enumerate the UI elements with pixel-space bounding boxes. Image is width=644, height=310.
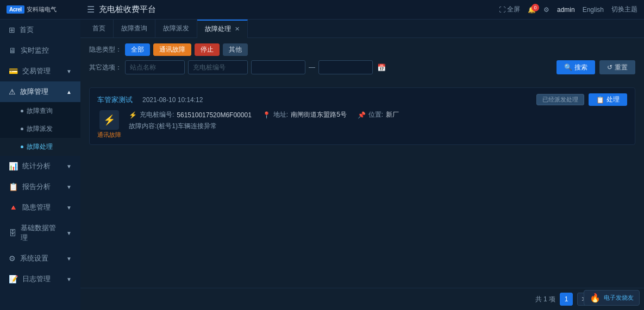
chevron-down-icon-7: ▼ <box>66 276 72 282</box>
tab-fault-report[interactable]: 故障派发 <box>155 20 197 38</box>
sidebar: ⊞ 首页 🖥 实时监控 💳 交易管理 ▼ ⚠ 故障管理 ▲ 故障查询 故障派发 <box>0 20 80 310</box>
pagination-bar: 共 1 项 1 > 10 条/页20 条/页50 条/页 <box>80 288 644 310</box>
report-icon: 📋 <box>9 182 18 191</box>
admin-label[interactable]: admin <box>557 6 575 14</box>
fault-content: 故障内容:(桩号1)车辆连接异常 <box>129 122 627 131</box>
sidebar-item-transaction[interactable]: 💳 交易管理 ▼ <box>0 61 80 81</box>
chevron-down-icon: ▼ <box>66 68 72 74</box>
location-icon: 📌 <box>358 111 366 119</box>
reset-icon: ↺ <box>607 64 612 71</box>
sidebar-label-fault-process: 故障处理 <box>27 142 53 151</box>
address-label: 地址: <box>273 110 288 119</box>
sidebar-label-log: 日志管理 <box>22 274 51 284</box>
sidebar-item-fault[interactable]: ⚠ 故障管理 ▲ <box>0 81 80 102</box>
system-icon: ⚙ <box>9 254 16 263</box>
fault-time: 2021-08-10 10:14:12 <box>142 96 203 104</box>
tab-home[interactable]: 首页 <box>85 20 114 38</box>
filter-all-btn[interactable]: 全部 <box>125 43 150 56</box>
dot-icon-3 <box>21 145 23 148</box>
pile-no-label: 充电桩编号: <box>140 110 174 119</box>
sidebar-item-basicdata[interactable]: 🗄 基础数据管理 ▼ <box>0 218 80 248</box>
station-input[interactable] <box>125 60 185 74</box>
fault-card-header: 车管家测试 2021-08-10 10:14:12 已经派发处理 📋 处理 <box>97 93 627 106</box>
top-header: Acrel 安科瑞电气 ☰ 充电桩收费平台 ⛶ 全屏 🔔 0 ⚙ admin E… <box>0 0 644 20</box>
process-button[interactable]: 📋 处理 <box>589 93 627 106</box>
theme-btn[interactable]: 切换主题 <box>611 5 637 14</box>
type-filter-label: 隐患类型： <box>89 45 122 54</box>
tab-fault-report-label: 故障派发 <box>163 24 189 33</box>
search-button[interactable]: 🔍 搜索 <box>557 60 595 74</box>
sidebar-label-system: 系统设置 <box>20 254 48 263</box>
sidebar-item-fault-report[interactable]: 故障派发 <box>0 120 80 138</box>
location-val: 新厂 <box>386 110 399 119</box>
sidebar-label-home: 首页 <box>20 25 34 35</box>
menu-toggle-icon[interactable]: ☰ <box>87 4 95 15</box>
tab-close-icon[interactable]: ✕ <box>235 26 240 33</box>
settings-icon[interactable]: ⚙ <box>543 6 549 14</box>
fault-icon: ⚠ <box>9 87 16 96</box>
pile-input[interactable] <box>188 60 248 74</box>
search-icon: 🔍 <box>564 64 572 71</box>
fullscreen-icon: ⛶ <box>499 6 505 14</box>
calendar-icon[interactable]: 📅 <box>377 64 386 72</box>
content-area: 首页 故障查询 故障派发 故障处理 ✕ 隐患类型： 全部 通讯故障 停止 其他 <box>80 20 644 310</box>
fault-type-label: 通讯故障 <box>97 131 121 139</box>
sidebar-label-transaction: 交易管理 <box>22 66 51 76</box>
sidebar-item-fault-process[interactable]: 故障处理 <box>0 138 80 156</box>
sidebar-item-stats[interactable]: 📊 统计分析 ▼ <box>0 156 80 176</box>
reset-button[interactable]: ↺ 重置 <box>599 60 635 74</box>
sidebar-item-monitor[interactable]: 🖥 实时监控 <box>0 40 80 61</box>
sidebar-label-fault: 故障管理 <box>20 87 48 97</box>
page-title: 充电桩收费平台 <box>99 4 156 15</box>
language-btn[interactable]: English <box>583 6 604 14</box>
chevron-up-icon: ▲ <box>66 89 72 95</box>
header-right: ⛶ 全屏 🔔 0 ⚙ admin English 切换主题 <box>499 5 637 14</box>
chevron-down-icon-2: ▼ <box>66 163 72 169</box>
fault-detail: ⚡ 充电桩编号: 561510017520M6F00001 📍 地址: 南闸街道… <box>129 110 627 131</box>
sidebar-item-report[interactable]: 📋 报告分析 ▼ <box>0 176 80 197</box>
process-btn-label: 处理 <box>607 95 620 104</box>
page-1-btn[interactable]: 1 <box>560 293 573 306</box>
watermark-text: 电子发烧友 <box>604 294 634 302</box>
filter-stop-btn[interactable]: 停止 <box>195 43 220 56</box>
fullscreen-btn[interactable]: ⛶ 全屏 <box>499 5 520 14</box>
main-layout: ⊞ 首页 🖥 实时监控 💳 交易管理 ▼ ⚠ 故障管理 ▲ 故障查询 故障派发 <box>0 20 644 310</box>
sidebar-label-stats: 统计分析 <box>22 161 51 171</box>
tab-fault-query-label: 故障查询 <box>121 24 147 33</box>
tab-home-label: 首页 <box>92 24 105 33</box>
tab-fault-query[interactable]: 故障查询 <box>114 20 155 38</box>
table-area: 车管家测试 2021-08-10 10:14:12 已经派发处理 📋 处理 ⚡ … <box>80 83 644 288</box>
log-icon: 📝 <box>9 275 18 283</box>
sidebar-item-emergency[interactable]: 🔺 隐患管理 ▼ <box>0 197 80 218</box>
date-start-input[interactable]: 2021-01-01 <box>251 60 305 74</box>
station-name[interactable]: 车管家测试 <box>97 95 133 105</box>
fault-card-body: ⚡ 通讯故障 ⚡ 充电桩编号: 561510017520M6F00001 📍 <box>97 110 627 139</box>
filter-comm-btn[interactable]: 通讯故障 <box>153 43 191 56</box>
date-end-input[interactable]: 2021-09-28 <box>318 60 373 74</box>
sidebar-submenu-fault: 故障查询 故障派发 故障处理 <box>0 102 80 156</box>
pagination-total: 共 1 项 <box>535 295 555 304</box>
fault-detail-row1: ⚡ 充电桩编号: 561510017520M6F00001 📍 地址: 南闸街道… <box>129 110 627 119</box>
pile-no-item: ⚡ 充电桩编号: 561510017520M6F00001 <box>129 110 252 119</box>
sidebar-label-monitor: 实时监控 <box>21 46 49 55</box>
sidebar-item-log[interactable]: 📝 日志管理 ▼ <box>0 269 80 289</box>
sidebar-item-fault-query[interactable]: 故障查询 <box>0 102 80 120</box>
monitor-icon: 🖥 <box>9 46 16 55</box>
fault-type-icon: ⚡ <box>99 110 119 130</box>
logo-box: Acrel <box>7 5 24 14</box>
tab-fault-process[interactable]: 故障处理 ✕ <box>197 20 248 38</box>
other-filter-row: 其它选项： 2021-01-01 — 2021-09-28 📅 🔍 搜索 ↺ 重… <box>89 60 635 74</box>
sidebar-label-fault-query: 故障查询 <box>27 106 53 116</box>
sidebar-item-home[interactable]: ⊞ 首页 <box>0 20 80 40</box>
filter-other-btn[interactable]: 其他 <box>223 43 248 56</box>
type-filter-row: 隐患类型： 全部 通讯故障 停止 其他 <box>89 43 635 56</box>
tab-fault-process-label: 故障处理 <box>205 24 231 34</box>
notification-btn[interactable]: 🔔 0 <box>528 6 536 14</box>
fault-record-1: 车管家测试 2021-08-10 10:14:12 已经派发处理 📋 处理 ⚡ … <box>89 87 635 145</box>
chevron-down-icon-5: ▼ <box>66 230 72 236</box>
sidebar-item-system[interactable]: ⚙ 系统设置 ▼ <box>0 248 80 269</box>
dot-icon-2 <box>21 128 23 130</box>
chevron-down-icon-3: ▼ <box>66 184 72 190</box>
filter-area: 隐患类型： 全部 通讯故障 停止 其他 其它选项： 2021-01-01 — 2… <box>80 38 644 83</box>
logo-text: 安科瑞电气 <box>27 5 57 14</box>
